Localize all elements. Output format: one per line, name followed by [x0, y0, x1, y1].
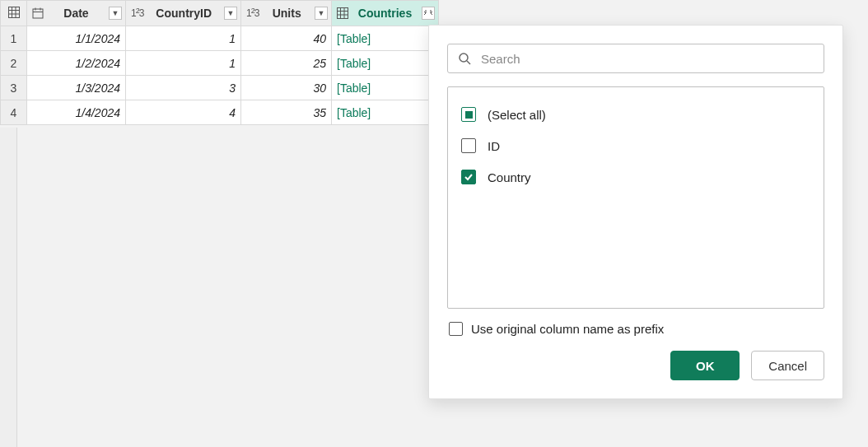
- row-number: 3: [1, 76, 27, 100]
- cell-units: 30: [241, 76, 332, 100]
- ok-button[interactable]: OK: [670, 351, 740, 380]
- cell-date: 1/3/2024: [27, 76, 126, 100]
- svg-line-15: [467, 61, 470, 64]
- option-label: Country: [488, 170, 531, 184]
- columns-list: (Select all) ID Country: [447, 86, 824, 309]
- cell-units: 40: [241, 26, 332, 51]
- option-id-row[interactable]: ID: [461, 130, 810, 161]
- cell-countryid: 1: [126, 26, 241, 51]
- svg-rect-0: [8, 7, 19, 17]
- cell-countries[interactable]: [Table]: [332, 100, 439, 125]
- column-label: Date: [47, 7, 105, 20]
- column-label: Countries: [352, 7, 418, 20]
- chevron-down-icon[interactable]: ▼: [109, 7, 122, 20]
- cell-units: 25: [241, 51, 332, 76]
- search-icon: [458, 52, 471, 65]
- cell-countries[interactable]: [Table]: [332, 26, 439, 51]
- dialog-buttons: OK Cancel: [447, 351, 824, 380]
- table-row[interactable]: 2 1/2/2024 1 25 [Table]: [1, 51, 439, 76]
- empty-area: [0, 128, 441, 447]
- table-row[interactable]: 1 1/1/2024 1 40 [Table]: [1, 26, 439, 51]
- checkbox-indeterminate-icon[interactable]: [461, 107, 476, 122]
- chevron-down-icon[interactable]: ▼: [224, 7, 237, 20]
- chevron-down-icon[interactable]: ▼: [315, 7, 328, 20]
- table-icon: [337, 7, 348, 19]
- expand-icon[interactable]: [422, 7, 435, 20]
- cell-countryid: 3: [126, 76, 241, 100]
- row-number: 4: [1, 100, 27, 125]
- column-header-countryid[interactable]: 123 CountryID ▼: [126, 1, 241, 26]
- prefix-label: Use original column name as prefix: [471, 322, 664, 336]
- svg-rect-9: [338, 8, 348, 19]
- column-header-date[interactable]: Date ▼: [27, 1, 126, 26]
- column-header-countries[interactable]: Countries: [332, 1, 439, 26]
- cell-countries[interactable]: [Table]: [332, 76, 439, 100]
- corner-cell[interactable]: [1, 1, 27, 26]
- row-number: 1: [1, 26, 27, 51]
- option-label: ID: [488, 139, 500, 153]
- table-row[interactable]: 4 1/4/2024 4 35 [Table]: [1, 100, 439, 125]
- column-header-units[interactable]: 123 Units ▼: [241, 1, 332, 26]
- row-number: 2: [1, 51, 27, 76]
- table-row[interactable]: 3 1/3/2024 3 30 [Table]: [1, 76, 439, 100]
- calendar-icon: [32, 7, 44, 19]
- expand-column-popup: (Select all) ID Country Use original col…: [428, 25, 843, 399]
- option-country-row[interactable]: Country: [461, 161, 810, 193]
- cell-date: 1/2/2024: [27, 51, 126, 76]
- column-label: Units: [262, 7, 311, 20]
- svg-rect-5: [33, 9, 43, 18]
- row-gutter: [0, 128, 17, 447]
- cell-date: 1/1/2024: [27, 26, 126, 51]
- select-all-row[interactable]: (Select all): [461, 99, 810, 130]
- cell-countryid: 4: [126, 100, 241, 125]
- data-grid: Date ▼ 123 CountryID ▼ 123 Units ▼: [0, 0, 439, 125]
- checkbox-checked-icon[interactable]: [461, 170, 476, 184]
- column-label: CountryID: [147, 7, 221, 20]
- search-input[interactable]: [479, 51, 814, 67]
- cancel-button[interactable]: Cancel: [751, 351, 824, 380]
- number-type-icon: 123: [246, 7, 259, 19]
- cell-countryid: 1: [126, 51, 241, 76]
- svg-point-14: [460, 54, 468, 62]
- checkbox-unchecked-icon[interactable]: [449, 322, 463, 336]
- table-icon: [8, 7, 20, 18]
- cell-units: 35: [241, 100, 332, 125]
- number-type-icon: 123: [131, 7, 143, 19]
- search-box[interactable]: [447, 44, 824, 73]
- cell-date: 1/4/2024: [27, 100, 126, 125]
- prefix-checkbox-row[interactable]: Use original column name as prefix: [449, 322, 824, 336]
- select-all-label: (Select all): [488, 108, 546, 122]
- cell-countries[interactable]: [Table]: [332, 51, 439, 76]
- checkbox-unchecked-icon[interactable]: [461, 138, 476, 153]
